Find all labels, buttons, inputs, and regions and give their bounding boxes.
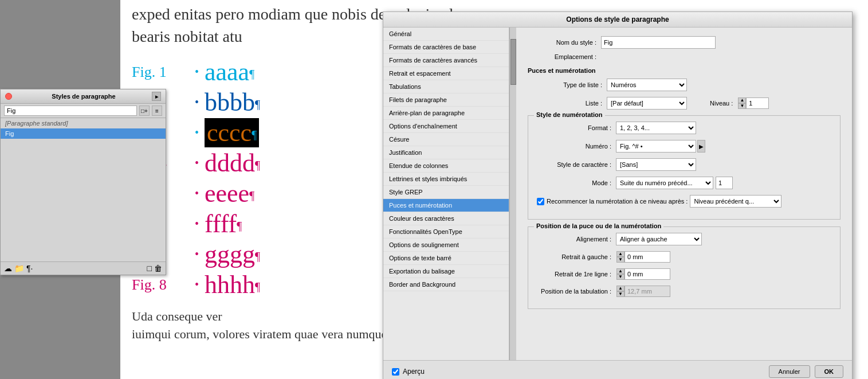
menu-scrollbar[interactable] (509, 28, 516, 360)
type-de-liste-select-wrapper: Numéros (607, 79, 687, 91)
menu-item-border[interactable]: Border and Background (383, 278, 509, 291)
mode-label: Mode : (537, 179, 611, 186)
sidebar-close-btn[interactable] (5, 93, 12, 100)
alignement-row: Alignement : Aligner à gauche (537, 233, 831, 245)
style-caractere-row: Style de caractère : [Sans] (537, 158, 831, 171)
menu-item-lettrines[interactable]: Lettrines et styles imbriqués (383, 173, 509, 186)
retrait-1re-up-btn[interactable]: ▲ (616, 268, 625, 274)
retrait-gauche-row: Retrait à gauche : ▲ ▼ (537, 251, 831, 263)
type-de-liste-label: Type de liste : (528, 81, 602, 88)
menu-item-grep[interactable]: Style GREP (383, 186, 509, 199)
numero-select[interactable]: Fig. ^# • (616, 140, 696, 153)
menu-item-retrait[interactable]: Retrait et espacement (383, 67, 509, 80)
dialog-menu: Général Formats de caractères de base Fo… (383, 28, 509, 360)
liste-select[interactable]: [Par défaut] (607, 97, 687, 110)
menu-item-tabulations[interactable]: Tabulations (383, 80, 509, 93)
menu-item-general[interactable]: Général (383, 28, 509, 41)
format-select-wrapper: 1, 2, 3, 4... (616, 122, 696, 134)
menu-item-etendue[interactable]: Etendue de colonnes (383, 159, 509, 173)
delete-btn[interactable]: 🗑 (154, 264, 162, 273)
retrait-gauche-up-btn[interactable]: ▲ (616, 251, 625, 257)
mode-select[interactable]: Suite du numéro précéd... (616, 177, 713, 189)
type-de-liste-select[interactable]: Numéros (607, 79, 687, 91)
nom-du-style-input[interactable] (601, 36, 716, 49)
menu-item-formats-base[interactable]: Formats de caractères de base (383, 41, 509, 54)
numero-expand-btn[interactable]: ▶ (697, 140, 705, 153)
niveau-up-btn[interactable]: ▲ (738, 97, 746, 103)
para-icon[interactable]: ¶· (26, 264, 33, 273)
nom-du-style-label: Nom du style : (528, 39, 596, 46)
emplacement-row: Emplacement : (528, 53, 840, 60)
dialog-footer: Aperçu Annuler OK (383, 360, 852, 379)
recommencer-checkbox-label: Recommencer la numérotation à ce niveau … (537, 198, 688, 205)
position-tab-stepper: ▲ ▼ (616, 286, 670, 297)
retrait-1re-input[interactable] (625, 268, 670, 280)
position-tab-input[interactable] (625, 286, 670, 297)
apercu-label: Aperçu (403, 368, 425, 376)
mode-value-input[interactable] (716, 177, 733, 189)
menu-item-cesure[interactable]: Césure (383, 133, 509, 146)
liste-select-wrapper: [Par défaut] (607, 97, 687, 110)
new-style-btn[interactable]: □+ (139, 106, 150, 116)
sidebar-search-input[interactable] (4, 106, 137, 116)
format-row: Format : 1, 2, 3, 4... (537, 122, 831, 134)
apercu-checkbox[interactable] (392, 368, 399, 376)
mode-wrapper: Suite du numéro précéd... (616, 177, 713, 189)
retrait-gauche-label: Retrait à gauche : (537, 253, 611, 260)
liste-niveau-row: Liste : [Par défaut] Niveau : ▲ ▼ (528, 97, 840, 110)
style-numerotation-section: Style de numérotation Format : 1, 2, 3, … (528, 115, 840, 220)
numero-label: Numéro : (537, 143, 611, 150)
menu-item-puces[interactable]: Puces et numérotation (383, 199, 509, 212)
menu-item-filets[interactable]: Filets de paragraphe (383, 93, 509, 107)
sidebar-search-row: □+ ≡ (1, 104, 166, 118)
style-caractere-wrapper: [Sans] (616, 158, 696, 171)
options-btn[interactable]: ≡ (152, 106, 162, 116)
folder-icon[interactable]: 📁 (14, 264, 24, 273)
menu-item-barre[interactable]: Options de texte barré (383, 252, 509, 265)
nom-du-style-row: Nom du style : (528, 36, 840, 49)
menu-item-opentype[interactable]: Fonctionnalités OpenType (383, 225, 509, 239)
format-select[interactable]: 1, 2, 3, 4... (616, 122, 696, 134)
retrait-gauche-input[interactable] (625, 251, 670, 263)
numero-row: Numéro : Fig. ^# • ▶ (537, 140, 831, 153)
sidebar-expand-btn[interactable]: ▸ (152, 92, 161, 101)
numero-wrapper: Fig. ^# • (616, 140, 696, 153)
recommencer-row: Recommencer la numérotation à ce niveau … (537, 195, 831, 208)
footer-left: Aperçu (392, 368, 425, 376)
sidebar-footer: ☁ 📁 ¶· □ 🗑 (1, 261, 166, 275)
sidebar-list: [Paragraphe standard] Fig (1, 118, 166, 261)
alignement-label: Alignement : (537, 236, 611, 243)
position-tab-up-btn[interactable]: ▲ (616, 286, 625, 291)
annuler-button[interactable]: Annuler (769, 365, 810, 378)
retrait-1re-stepper: ▲ ▼ (616, 268, 670, 280)
sidebar-item-paragraphe-standard[interactable]: [Paragraphe standard] (1, 118, 166, 128)
ok-button[interactable]: OK (815, 365, 844, 378)
style-caractere-select[interactable]: [Sans] (616, 158, 696, 171)
menu-scrollbar-thumb[interactable] (510, 39, 516, 85)
position-tab-down-btn[interactable]: ▼ (616, 291, 625, 297)
menu-item-enchainement[interactable]: Options d'enchaînement (383, 120, 509, 133)
recommencer-select[interactable]: Niveau précédent q... (690, 195, 781, 208)
niveau-label: Niveau : (710, 100, 733, 107)
menu-item-formats-avances[interactable]: Formats de caractères avancés (383, 54, 509, 67)
sidebar-item-fig[interactable]: Fig (1, 128, 166, 139)
new-item-btn[interactable]: □ (147, 264, 152, 273)
menu-item-justification[interactable]: Justification (383, 146, 509, 159)
menu-item-soulignement[interactable]: Options de soulignement (383, 239, 509, 252)
niveau-input[interactable] (746, 97, 769, 109)
recommencer-checkbox[interactable] (537, 198, 544, 205)
retrait-gauche-down-btn[interactable]: ▼ (616, 257, 625, 263)
menu-item-couleur[interactable]: Couleur des caractères (383, 212, 509, 225)
retrait-1re-down-btn[interactable]: ▼ (616, 274, 625, 280)
menu-item-arriere-plan[interactable]: Arrière-plan de paragraphe (383, 107, 509, 120)
alignement-select[interactable]: Aligner à gauche (616, 233, 702, 245)
type-de-liste-row: Type de liste : Numéros (528, 79, 840, 91)
paragraph-style-dialog: Options de style de paragraphe Général F… (383, 11, 853, 379)
dialog-menu-wrapper: Général Formats de caractères de base Fo… (383, 28, 516, 360)
menu-item-export[interactable]: Exportation du balisage (383, 265, 509, 278)
retrait-1re-label: Retrait de 1re ligne : (537, 271, 611, 278)
niveau-down-btn[interactable]: ▼ (738, 103, 746, 109)
cloud-icon[interactable]: ☁ (4, 264, 12, 273)
style-numerotation-title: Style de numérotation (534, 111, 605, 118)
retrait-gauche-stepper: ▲ ▼ (616, 251, 670, 263)
